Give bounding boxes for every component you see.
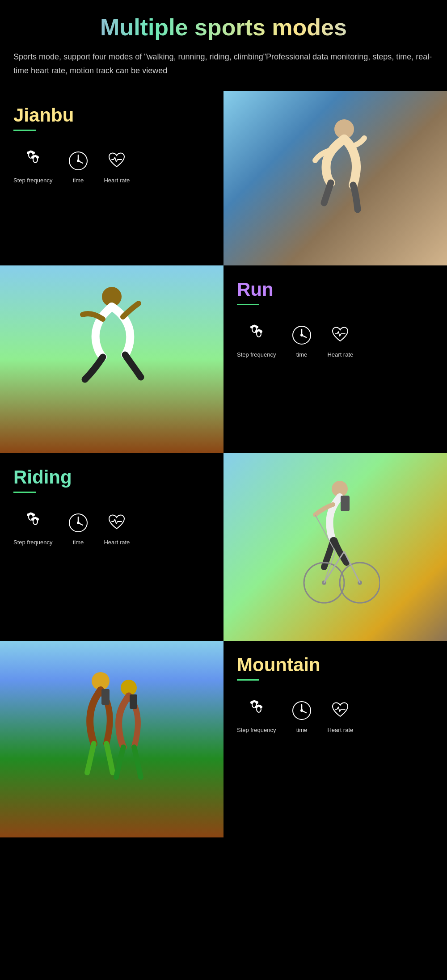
cyclist-image [224,453,447,641]
row-mountain: Mountain [0,641,447,837]
page-wrapper: Multiple sports modes Sports mode, suppo… [0,0,447,837]
riding-time-metric: time [66,511,90,546]
jianbu-step-label: Step frequency [13,177,52,184]
jianbu-steps-icon [21,149,45,173]
svg-point-40 [33,514,34,516]
svg-rect-51 [341,496,350,511]
sprinter-image [0,265,224,453]
mountain-step-label: Step frequency [237,727,276,733]
riding-step-metric: Step frequency [13,511,52,546]
mountain-metrics: Step frequency time [237,698,434,733]
svg-rect-61 [101,689,110,705]
run-time-metric: time [289,323,314,358]
riding-clock-icon [66,511,90,535]
riding-steps-icon [21,511,45,535]
riding-heart-label: Heart rate [104,539,130,546]
row-riding: Riding [0,453,447,641]
jianbu-heart-icon [105,149,129,173]
jianbu-step-metric: Step frequency [13,149,52,184]
run-steps-icon [244,323,269,348]
page-description: Sports mode, support four modes of "walk… [13,50,434,77]
svg-point-6 [33,152,34,154]
svg-rect-63 [130,694,137,709]
riding-time-label: time [73,539,84,546]
riding-step-label: Step frequency [13,539,52,546]
svg-point-24 [256,326,258,328]
row-run: Run [0,265,447,453]
mountain-time-metric: time [289,698,314,733]
jianbu-time-metric: time [66,149,90,184]
jianbu-underline [13,130,36,131]
header-section: Multiple sports modes Sports mode, suppo… [0,0,447,91]
run-heart-icon [328,323,353,348]
jianbu-time-label: time [73,177,84,184]
svg-point-45 [37,518,38,520]
run-heart-metric: Heart rate [327,323,353,358]
jianbu-metrics: Step frequency time [13,149,210,184]
mountain-underline [237,679,259,681]
page-title: Multiple sports modes [13,13,434,41]
mountain-content: Mountain [224,641,447,837]
run-title: Run [237,279,434,300]
riding-heart-icon [105,511,129,535]
jianbu-heart-label: Heart rate [104,177,130,184]
svg-point-11 [37,156,38,158]
jianbu-heart-metric: Heart rate [104,149,130,184]
mountain-time-label: time [296,727,308,733]
run-underline [237,304,259,305]
svg-point-79 [301,710,303,711]
svg-point-49 [77,522,79,524]
mountain-heart-metric: Heart rate [327,698,353,733]
mountain-title: Mountain [237,654,434,676]
svg-point-75 [260,706,262,708]
run-clock-icon [289,323,314,348]
jianbu-clock-icon [66,149,90,173]
run-content: Run [224,265,447,453]
hikers-img-placeholder [0,641,224,837]
svg-point-15 [77,160,79,162]
sprinter-img-placeholder [0,265,224,453]
mountain-clock-icon [289,698,314,723]
svg-point-29 [260,331,262,332]
run-time-label: time [296,351,308,358]
jianbu-title: Jianbu [13,105,210,126]
run-metrics: Step frequency time [237,323,434,358]
cyclist-img-placeholder [224,453,447,641]
hikers-image [0,641,224,837]
run-step-metric: Step frequency [237,323,276,358]
mountain-heart-label: Heart rate [327,727,353,733]
svg-point-70 [256,702,258,703]
row-jianbu: Jianbu [0,91,447,265]
svg-point-33 [301,334,303,336]
riding-heart-metric: Heart rate [104,511,130,546]
riding-metrics: Step frequency time [13,511,210,546]
runner-image [224,91,447,265]
run-step-label: Step frequency [237,351,276,358]
runner-img-placeholder [224,91,447,265]
mountain-steps-icon [244,698,269,723]
mountain-heart-icon [328,698,353,723]
mountain-step-metric: Step frequency [237,698,276,733]
run-heart-label: Heart rate [327,351,353,358]
jianbu-content: Jianbu [0,91,224,265]
riding-title: Riding [13,467,210,488]
riding-content: Riding [0,453,224,641]
riding-underline [13,492,36,493]
